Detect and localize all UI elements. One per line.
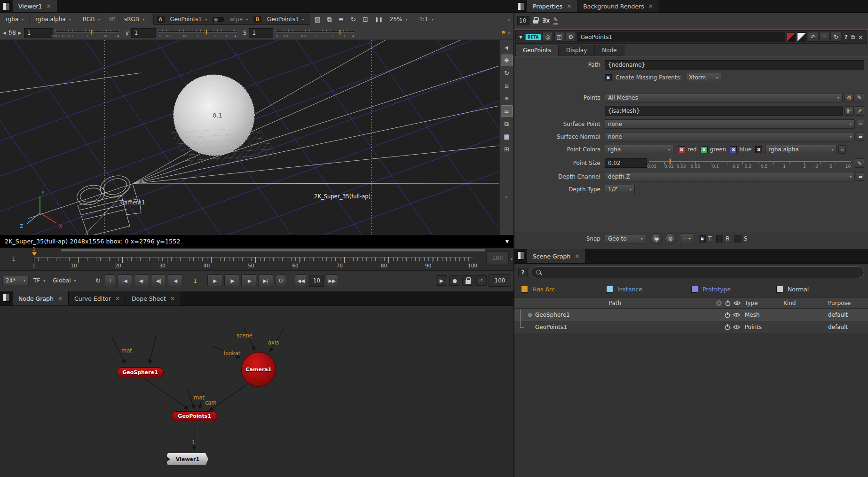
blue-channel-checkbox[interactable]: ✖	[730, 146, 737, 153]
pane-menu-icon[interactable]	[3, 2, 10, 10]
pointer-mode-icon[interactable]: ⚑	[501, 30, 506, 36]
frame-range-icon[interactable]: ⚐	[475, 275, 487, 286]
sat-input[interactable]	[249, 28, 273, 38]
range-end-display[interactable]: 100	[486, 251, 509, 264]
scene-graph-row[interactable]: ⊛ GeoPoints1 Points default	[514, 321, 868, 333]
frame-increment-input[interactable]: 10	[309, 275, 324, 287]
range-end-input[interactable]: 100	[489, 274, 511, 287]
step-back-button[interactable]: ◀|	[151, 274, 166, 287]
multi-slider-icon[interactable]: ≡	[501, 105, 513, 117]
more-options-icon[interactable]: »	[506, 31, 513, 34]
record-icon[interactable]: ●	[449, 275, 460, 286]
points-source-dropdown[interactable]: All Meshes▾	[605, 93, 843, 102]
zoom-dropdown[interactable]: 25%▾	[387, 15, 410, 24]
equals-button[interactable]: =	[857, 172, 864, 181]
help-icon[interactable]: ?	[843, 34, 850, 40]
power-icon[interactable]	[725, 300, 731, 306]
gamma-slider[interactable]: 0 0.1 0.5 1 2 3 4	[158, 27, 237, 39]
wrench-icon[interactable]: ⚙	[566, 32, 576, 42]
create-missing-parents-checkbox[interactable]: ✖	[605, 74, 612, 81]
depth-type-dropdown[interactable]: 1/Z▾	[605, 185, 635, 194]
snap-r-checkbox[interactable]	[716, 235, 723, 242]
equals-button[interactable]: =	[838, 145, 846, 154]
help-icon[interactable]: ?	[518, 268, 528, 277]
column-path[interactable]: Path	[514, 298, 716, 308]
a-buffer-label[interactable]: A	[157, 16, 165, 23]
unlock-icon[interactable]	[533, 17, 538, 23]
more-options-icon[interactable]: »	[504, 195, 510, 198]
gain-prev-icon[interactable]: ◀	[3, 31, 6, 35]
gain-slider[interactable]: 0.015625 0.1 1 10 64	[55, 27, 119, 39]
eye-icon[interactable]	[734, 300, 741, 306]
timeline-ruler[interactable]: 1 10 20 30 40 50 60 70 80 90 100 1	[34, 248, 473, 270]
parent-type-dropdown[interactable]: Xform▾	[686, 73, 721, 82]
close-icon[interactable]: ×	[648, 3, 653, 9]
power-icon[interactable]	[724, 324, 731, 330]
gl-color-swatch[interactable]	[797, 32, 806, 42]
snap-orient-icon[interactable]: ⊚	[665, 233, 676, 244]
fps-dropdown[interactable]: 24*▾	[2, 276, 29, 285]
redo-icon[interactable]: ↷	[820, 32, 830, 42]
a-buffer-dropdown[interactable]: GeoPoints1▾	[167, 15, 210, 24]
panel-menu-icon[interactable]: ▼	[518, 35, 524, 39]
tab-viewer1[interactable]: Viewer1 ×	[13, 0, 57, 12]
range-dropdown[interactable]: Global▾	[50, 276, 79, 285]
marquee-select-icon[interactable]: ⧉	[501, 118, 513, 130]
surface-normal-dropdown[interactable]: none▾	[605, 132, 855, 141]
timeline[interactable]: 1 1 10 20 30 40 50 60 70 80 90 100 1 100…	[0, 248, 513, 271]
wipe-dropdown[interactable]: wipe▾	[227, 15, 251, 24]
b-buffer-dropdown[interactable]: GeoPoints1▾	[264, 15, 307, 24]
roi-icon[interactable]: ⊡	[360, 16, 371, 23]
animation-curve-icon[interactable]: ∿	[855, 158, 864, 168]
select-cursor-icon[interactable]: ➤	[498, 39, 515, 56]
scene-tree-icon[interactable]: ⊩	[844, 106, 854, 116]
step-forward-button[interactable]: |▶	[224, 274, 239, 287]
path-input[interactable]	[605, 60, 864, 70]
flipbook-play-icon[interactable]: ▶	[436, 275, 447, 286]
playhead[interactable]	[32, 252, 37, 258]
colorspace-dropdown[interactable]: sRGB▾	[121, 15, 147, 24]
playback-loop-icon[interactable]: ↻	[93, 277, 103, 284]
play-forward-button[interactable]: ▶	[207, 274, 222, 287]
close-icon[interactable]: ×	[856, 33, 865, 41]
frame-counter[interactable]: 1	[185, 277, 205, 284]
close-icon[interactable]: ×	[115, 295, 120, 302]
tab-background-renders[interactable]: Background Renders ×	[577, 0, 659, 12]
gain-next-icon[interactable]: ▶	[18, 31, 22, 35]
node-geosphere1[interactable]: GeoSphere1	[117, 368, 164, 377]
goto-end-button[interactable]: ▶|	[258, 274, 273, 287]
in-point-button[interactable]: I	[105, 274, 115, 287]
tf-dropdown[interactable]: TF▾	[31, 276, 48, 285]
point-colors-dropdown[interactable]: rgba▾	[605, 145, 673, 154]
mask-pattern-input[interactable]	[605, 106, 843, 116]
channel-layers-icon[interactable]: ≡	[336, 16, 347, 23]
point-size-input[interactable]	[605, 158, 647, 168]
snap-position-icon[interactable]: ◉	[651, 233, 662, 244]
forward-skip-button[interactable]: ▶▶	[326, 274, 338, 287]
float-panel-icon[interactable]: ⧉	[851, 34, 855, 40]
tab-display[interactable]: Display	[559, 45, 594, 56]
depth-channel-dropdown[interactable]: depth.Z▾	[605, 172, 855, 181]
focus-icon[interactable]: ◎	[543, 32, 553, 42]
edit-expression-icon[interactable]: ✎	[855, 93, 864, 102]
node-color-swatch[interactable]	[787, 32, 796, 42]
tab-curve-editor[interactable]: Curve Editor ×	[69, 291, 126, 305]
revert-icon[interactable]: ↻	[831, 32, 841, 42]
proxy-ratio-dropdown[interactable]: 1:1▾	[416, 15, 436, 24]
gear-icon[interactable]: ⚙	[844, 93, 854, 102]
green-channel-checkbox[interactable]: ✖	[701, 146, 708, 153]
alpha-channel-checkbox[interactable]: ✖	[755, 146, 762, 153]
pane-menu-icon[interactable]	[517, 251, 524, 259]
edit-pencil-icon[interactable]: ✎	[553, 16, 558, 24]
wipe-overlay-icon[interactable]: ⧉	[325, 16, 334, 23]
translate-tool-icon[interactable]: ✥	[501, 55, 513, 66]
snap-mode-dropdown[interactable]: Geo to▾	[605, 234, 646, 243]
close-icon[interactable]: ×	[170, 295, 175, 302]
play-backward-button[interactable]: ◀	[168, 274, 183, 287]
snap-s-checkbox[interactable]	[734, 235, 742, 242]
next-keyframe-button[interactable]: ·▶	[241, 274, 256, 287]
b-buffer-label[interactable]: B	[253, 16, 261, 23]
pick-object-icon[interactable]: ➚	[855, 106, 864, 116]
tab-properties[interactable]: Properties ×	[527, 0, 577, 12]
close-icon[interactable]: ×	[575, 253, 579, 259]
